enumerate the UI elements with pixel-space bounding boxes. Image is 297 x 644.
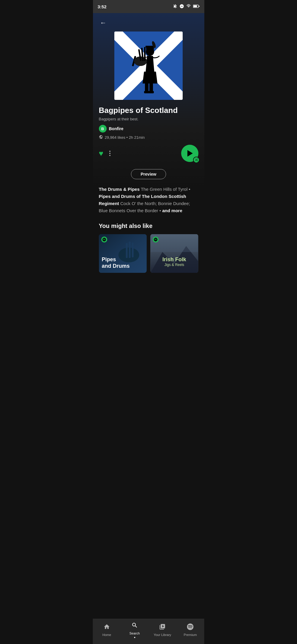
- svg-rect-11: [149, 83, 153, 92]
- svg-rect-1: [193, 5, 197, 7]
- svg-rect-23: [129, 242, 130, 258]
- playlist-title: Bagpipes of Scotland: [99, 106, 198, 115]
- rec-card-2-bg: Irish Folk Jigs & Reels: [150, 234, 198, 273]
- shuffle-badge: [193, 157, 200, 163]
- svg-rect-22: [126, 243, 127, 258]
- playlist-description: Bagpipers at their best.: [99, 117, 198, 121]
- stats-row: 29,964 likes • 2h 21min: [99, 135, 198, 140]
- wifi-icon: [186, 4, 191, 10]
- preview-button[interactable]: Preview: [131, 169, 166, 179]
- play-triangle-icon: [187, 150, 193, 157]
- battery-icon: [193, 4, 200, 9]
- dot3: [109, 155, 110, 156]
- recommendations-list: Pipesand Drums: [99, 234, 198, 303]
- dnd-icon: [179, 4, 184, 10]
- recommendations-title: You might also like: [99, 223, 198, 229]
- irish-folk-subtitle: Jigs & Reels: [150, 263, 198, 267]
- rec-card-irish-folk[interactable]: Irish Folk Jigs & Reels: [150, 234, 198, 273]
- track-highlight-1: The Drums & Pipes: [99, 187, 140, 192]
- track-description: The Drums & Pipes The Green Hills of Tyr…: [99, 186, 198, 214]
- play-button-container: [181, 145, 198, 162]
- album-art: [114, 32, 183, 100]
- creator-name[interactable]: Bonfire: [109, 126, 124, 131]
- track-plain-1: The Green Hills of Tyrol •: [140, 187, 190, 192]
- rec-label-1: Pipesand Drums: [102, 256, 130, 269]
- main-content: ←: [93, 13, 204, 303]
- spotify-small-logo-1: [101, 237, 107, 243]
- status-bar: 3:52: [93, 0, 204, 13]
- svg-rect-28: [151, 234, 198, 252]
- svg-rect-10: [145, 83, 148, 92]
- irish-folk-title: Irish Folk: [150, 256, 198, 263]
- svg-rect-24: [132, 243, 133, 257]
- track-and-more: and more: [162, 208, 182, 213]
- rec-card-1-bg: Pipesand Drums: [99, 234, 147, 273]
- svg-rect-13: [148, 91, 154, 93]
- like-button[interactable]: ♥: [99, 149, 103, 158]
- status-icons: [173, 4, 200, 10]
- rec-label-2: Irish Folk Jigs & Reels: [150, 256, 198, 267]
- action-row: ♥: [99, 145, 198, 162]
- back-button[interactable]: ←: [99, 18, 108, 28]
- album-art-container: [99, 32, 198, 100]
- globe-icon: [99, 135, 103, 140]
- preview-container: Preview: [99, 169, 198, 179]
- dot1: [109, 151, 110, 152]
- stats-text: 29,964 likes • 2h 21min: [105, 135, 145, 140]
- svg-rect-18: [144, 47, 146, 61]
- more-options-button[interactable]: [109, 149, 110, 157]
- rec-card-pipes-drums[interactable]: Pipesand Drums: [99, 234, 147, 273]
- dot2: [109, 153, 110, 154]
- status-time: 3:52: [98, 4, 107, 9]
- creator-avatar: B: [99, 125, 107, 133]
- svg-rect-2: [199, 6, 200, 7]
- creator-row: B Bonfire: [99, 125, 198, 133]
- notification-icon: [173, 4, 178, 10]
- action-left: ♥: [99, 149, 110, 158]
